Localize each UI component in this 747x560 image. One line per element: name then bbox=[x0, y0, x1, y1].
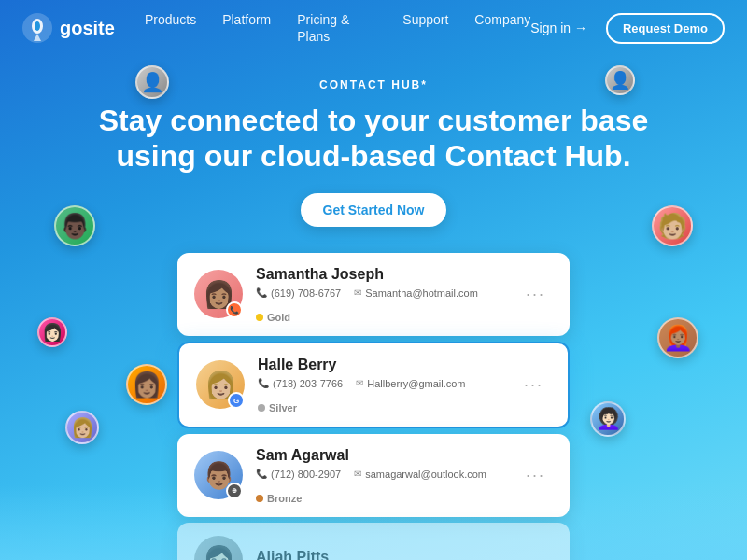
contact-card-sam: 👨🏽 ⊕ Sam Agarwal 📞 (712) 800-2907 ✉ sama… bbox=[177, 434, 570, 517]
avatar-sam: 👨🏽 ⊕ bbox=[194, 451, 243, 499]
logo-icon bbox=[22, 13, 52, 43]
contact-name-aliah: Aliah Pitts bbox=[256, 549, 505, 560]
logo-text: gosite bbox=[60, 18, 115, 39]
contact-name-samantha: Samantha Joseph bbox=[256, 266, 505, 283]
nav-support[interactable]: Support bbox=[402, 12, 448, 27]
badge-multi-sam: ⊕ bbox=[226, 483, 243, 499]
more-options-halle[interactable]: ··· bbox=[516, 372, 551, 397]
email-icon: ✉ bbox=[356, 378, 363, 388]
email-sam: ✉ samagarwal@outlook.com bbox=[354, 469, 486, 480]
tier-dot-gold bbox=[256, 314, 263, 321]
avatar-halle: 👩🏼 G bbox=[196, 360, 245, 409]
hero-eyebrow: CONTACT HUB* bbox=[0, 78, 747, 91]
main-nav: gosite Products Platform Pricing & Plans… bbox=[0, 0, 747, 56]
nav-platform[interactable]: Platform bbox=[222, 12, 271, 27]
get-started-button[interactable]: Get Started Now bbox=[301, 193, 447, 227]
phone-icon: 📞 bbox=[256, 287, 267, 298]
contact-name-halle: Halle Berry bbox=[258, 357, 503, 373]
contact-details-halle: 📞 (718) 203-7766 ✉ Hallberry@gmail.com S… bbox=[258, 378, 503, 413]
request-demo-button[interactable]: Request Demo bbox=[606, 13, 725, 44]
phone-icon: 📞 bbox=[256, 469, 267, 479]
phone-samantha: 📞 (619) 708-6767 bbox=[256, 287, 341, 299]
phone-icon: 📞 bbox=[258, 378, 269, 388]
phone-sam: 📞 (712) 800-2907 bbox=[256, 469, 341, 480]
avatar-samantha: 👩🏽 📞 bbox=[194, 270, 243, 318]
phone-halle: 📞 (718) 203-7766 bbox=[258, 378, 343, 389]
contact-info-aliah: Aliah Pitts bbox=[256, 549, 505, 560]
tier-dot-silver bbox=[258, 404, 265, 412]
tier-samantha: Gold bbox=[256, 312, 290, 323]
contact-name-sam: Sam Agarwal bbox=[256, 447, 505, 464]
contact-details-samantha: 📞 (619) 708-6767 ✉ Samantha@hotmail.com … bbox=[256, 287, 505, 323]
avatar-aliah: 👩🏻 bbox=[194, 536, 243, 560]
contact-cards-list: 👩🏽 📞 Samantha Joseph 📞 (619) 708-6767 ✉ … bbox=[0, 253, 747, 560]
email-icon: ✉ bbox=[354, 287, 361, 298]
svg-point-2 bbox=[35, 21, 40, 31]
sign-in-link[interactable]: Sign in → bbox=[530, 21, 587, 35]
email-icon: ✉ bbox=[354, 469, 361, 479]
logo[interactable]: gosite bbox=[22, 13, 115, 43]
hero-section: CONTACT HUB* Stay connected to your cust… bbox=[0, 56, 747, 253]
badge-phone-samantha: 📞 bbox=[226, 301, 243, 318]
nav-pricing[interactable]: Pricing & Plans bbox=[297, 12, 349, 44]
contact-info-samantha: Samantha Joseph 📞 (619) 708-6767 ✉ Saman… bbox=[256, 266, 505, 323]
contact-card-halle: 👩🏼 G Halle Berry 📞 (718) 203-7766 ✉ Hall… bbox=[177, 342, 570, 428]
tier-sam: Bronze bbox=[256, 493, 302, 504]
email-samantha: ✉ Samantha@hotmail.com bbox=[354, 287, 478, 299]
contact-card-aliah: 👩🏻 Aliah Pitts ··· bbox=[177, 523, 570, 560]
hero-title: Stay connected to your customer base usi… bbox=[0, 103, 747, 175]
tier-dot-bronze bbox=[256, 495, 263, 502]
contact-card-samantha: 👩🏽 📞 Samantha Joseph 📞 (619) 708-6767 ✉ … bbox=[177, 253, 570, 336]
badge-google-halle: G bbox=[228, 392, 245, 409]
more-options-samantha[interactable]: ··· bbox=[518, 282, 553, 306]
contact-info-halle: Halle Berry 📞 (718) 203-7766 ✉ Hallberry… bbox=[258, 357, 503, 413]
contact-details-sam: 📞 (712) 800-2907 ✉ samagarwal@outlook.co… bbox=[256, 469, 505, 504]
tier-halle: Silver bbox=[258, 402, 297, 413]
nav-products[interactable]: Products bbox=[145, 12, 196, 27]
nav-links: Products Platform Pricing & Plans Suppor… bbox=[145, 11, 530, 45]
contact-info-sam: Sam Agarwal 📞 (712) 800-2907 ✉ samagarwa… bbox=[256, 447, 505, 504]
more-options-aliah[interactable]: ··· bbox=[518, 548, 553, 560]
more-options-sam[interactable]: ··· bbox=[518, 463, 553, 487]
nav-right: Sign in → Request Demo bbox=[530, 13, 725, 44]
nav-company[interactable]: Company bbox=[474, 12, 530, 27]
email-halle: ✉ Hallberry@gmail.com bbox=[356, 378, 465, 389]
